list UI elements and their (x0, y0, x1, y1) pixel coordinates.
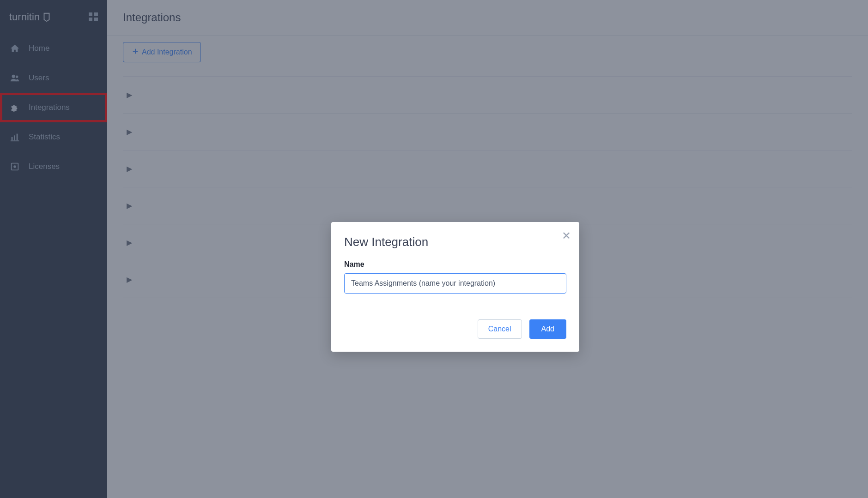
name-input[interactable] (344, 273, 566, 294)
cancel-button[interactable]: Cancel (478, 319, 522, 339)
modal-title: New Integration (344, 235, 566, 249)
close-icon: ✕ (562, 229, 571, 242)
name-label: Name (344, 260, 566, 269)
close-button[interactable]: ✕ (562, 229, 571, 242)
add-button[interactable]: Add (529, 319, 566, 339)
modal-actions: Cancel Add (344, 319, 566, 339)
new-integration-modal: ✕ New Integration Name Cancel Add (331, 222, 579, 352)
